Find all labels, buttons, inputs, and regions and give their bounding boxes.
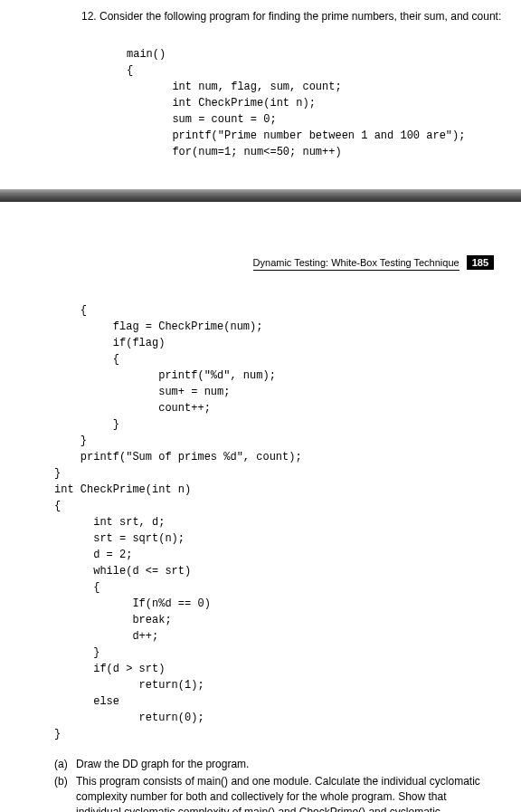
code-line: if(flag) — [54, 337, 165, 349]
code-line: sum = count = 0; — [127, 113, 277, 126]
code-line: int CheckPrime(int n) — [54, 483, 191, 496]
code-line: else — [54, 695, 119, 708]
code-line: { — [54, 353, 119, 366]
page-top-section: 12. Consider the following program for f… — [0, 0, 521, 178]
code-line: while(d <= srt) — [54, 565, 191, 578]
code-line: } — [54, 418, 119, 431]
question-b: (b) This program consists of main() and … — [54, 774, 494, 812]
code-line: d = 2; — [54, 549, 132, 561]
code-line: If(n%d == 0) — [54, 597, 211, 610]
code-line: srt = sqrt(n); — [54, 532, 185, 545]
code-line: printf("Prime number between 1 and 100 a… — [127, 129, 465, 142]
code-line: { — [54, 581, 99, 594]
question-header: 12. Consider the following program for f… — [54, 9, 503, 24]
sub-questions: (a) Draw the DD graph for the program. (… — [54, 757, 494, 812]
code-line: int srt, d; — [54, 516, 165, 529]
question-text: This program consists of main() and one … — [76, 774, 494, 812]
code-line: printf("%d", num); — [54, 369, 276, 382]
code-line: } — [54, 467, 61, 480]
code-line: count++; — [54, 402, 211, 415]
code-line: d++; — [54, 630, 158, 643]
running-header: Dynamic Testing: White-Box Testing Techn… — [0, 256, 521, 270]
code-line: flag = CheckPrime(num); — [54, 320, 262, 333]
code-block-bottom: { flag = CheckPrime(num); if(flag) { pri… — [54, 286, 494, 742]
code-line: } — [54, 728, 61, 740]
question-intro: Consider the following program for findi… — [99, 10, 501, 23]
code-block-top: main() { int num, flag, sum, count; int … — [54, 30, 503, 160]
question-label: (b) — [54, 774, 76, 812]
code-line: } — [54, 435, 87, 447]
code-line: main() — [127, 48, 166, 61]
code-line: int CheckPrime(int n); — [127, 97, 316, 110]
question-text: Draw the DD graph for the program. — [76, 757, 494, 772]
code-line: { — [54, 304, 87, 317]
code-line: sum+ = num; — [54, 386, 230, 398]
code-line: break; — [54, 614, 172, 626]
page-bottom-section: { flag = CheckPrime(num); if(flag) { pri… — [0, 286, 521, 812]
code-line: return(1); — [54, 679, 204, 692]
code-line: int num, flag, sum, count; — [127, 81, 342, 93]
chapter-title: Dynamic Testing: White-Box Testing Techn… — [253, 257, 459, 271]
code-line: for(num=1; num<=50; num++) — [127, 146, 342, 158]
code-line: { — [127, 64, 133, 77]
code-line: { — [54, 500, 61, 512]
page-break-shadow — [0, 189, 521, 202]
question-label: (a) — [54, 757, 76, 772]
code-line: return(0); — [54, 712, 204, 724]
page-number: 185 — [467, 255, 494, 270]
code-line: printf("Sum of primes %d", count); — [54, 451, 302, 463]
code-line: } — [54, 646, 99, 659]
question-a: (a) Draw the DD graph for the program. — [54, 757, 494, 772]
code-line: if(d > srt) — [54, 663, 165, 675]
question-number: 12. — [81, 10, 97, 23]
